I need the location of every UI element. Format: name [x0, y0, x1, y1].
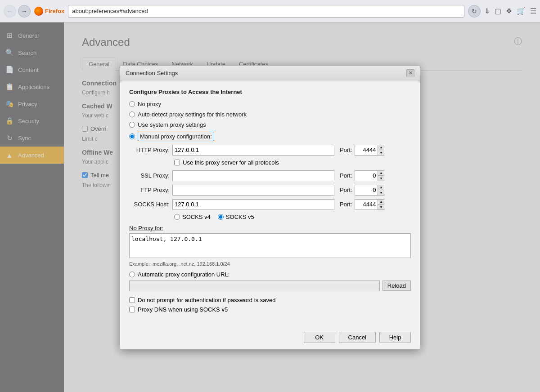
ok-button[interactable]: OK [304, 332, 335, 343]
proxy-dns-label: Proxy DNS when using SOCKS v5 [138, 306, 228, 313]
bottom-checkboxes: Do not prompt for authentication if pass… [129, 297, 411, 313]
ftp-proxy-row: FTP Proxy: Port: ▲ ▼ [129, 185, 411, 196]
no-auth-prompt-label: Do not prompt for authentication if pass… [138, 297, 275, 303]
ssl-port-spin-up[interactable]: ▲ [378, 171, 384, 176]
auto-proxy-row: Automatic proxy configuration URL: [129, 271, 411, 278]
use-for-all-checkbox[interactable] [174, 160, 180, 165]
socks-port-spin-down[interactable]: ▼ [378, 205, 384, 209]
radio-manual: Manual proxy configuration: [129, 132, 411, 141]
use-for-all-label: Use this proxy server for all protocols [183, 159, 279, 166]
socks-host-row: SOCKS Host: Port: ▲ ▼ [129, 199, 411, 210]
cart-icon[interactable]: 🛒 [517, 7, 526, 15]
dialog-close-button[interactable]: ✕ [406, 69, 414, 77]
ftp-port-spinners: ▲ ▼ [378, 185, 384, 195]
no-proxy-label: No Proxy for: [129, 225, 411, 232]
connection-settings-dialog: Connection Settings ✕ Configure Proxies … [120, 65, 420, 350]
socks-host-input[interactable] [172, 199, 334, 210]
socks-v5-radio[interactable] [218, 214, 224, 220]
dialog-title-bar: Connection Settings ✕ [120, 66, 420, 81]
ssl-proxy-row: SSL Proxy: Port: ▲ ▼ [129, 170, 411, 181]
http-port-input[interactable] [355, 145, 378, 155]
reload-button[interactable]: Reload [382, 281, 411, 291]
socks-port-label: Port: [340, 201, 352, 208]
socks-v4-radio[interactable] [174, 214, 180, 220]
proxy-dns-row: Proxy DNS when using SOCKS v5 [129, 306, 411, 313]
ftp-port-spin-up[interactable]: ▲ [378, 185, 384, 191]
radio-use-system: Use system proxy settings [129, 121, 411, 128]
ssl-proxy-input[interactable] [172, 170, 334, 181]
http-port-spin-down[interactable]: ▼ [378, 150, 384, 155]
socks-port-spinner: ▲ ▼ [355, 199, 384, 210]
reload-page-button[interactable]: ↻ [468, 5, 481, 18]
radio-no-proxy: No proxy [129, 101, 411, 107]
use-for-all-row: Use this proxy server for all protocols [174, 159, 411, 166]
auto-proxy-input-row: Reload [129, 281, 411, 291]
proxy-dns-checkbox[interactable] [129, 307, 135, 312]
proxy-section-title: Configure Proxies to Access the Internet [129, 89, 411, 95]
radio-no-proxy-input[interactable] [129, 101, 135, 107]
help-button[interactable]: Help [379, 332, 411, 343]
socks-port-input[interactable] [355, 200, 378, 209]
tabs-icon[interactable]: ▢ [495, 7, 501, 15]
radio-auto-detect: Auto-detect proxy settings for this netw… [129, 111, 411, 118]
ssl-port-spinner: ▲ ▼ [355, 170, 384, 181]
pocket-icon[interactable]: ❖ [506, 7, 512, 15]
radio-auto-detect-label: Auto-detect proxy settings for this netw… [138, 111, 247, 118]
firefox-logo: Firefox [34, 7, 64, 16]
ftp-port-input[interactable] [355, 185, 378, 195]
radio-auto-detect-input[interactable] [129, 111, 135, 117]
socks-port-spinners: ▲ ▼ [378, 200, 384, 209]
ftp-port-label: Port: [340, 187, 352, 193]
no-auth-prompt-checkbox[interactable] [129, 297, 135, 303]
ftp-proxy-input[interactable] [172, 185, 334, 196]
ssl-proxy-label: SSL Proxy: [129, 172, 170, 179]
modal-overlay: Connection Settings ✕ Configure Proxies … [0, 22, 540, 392]
http-proxy-row: HTTP Proxy: Port: ▲ ▼ [129, 145, 411, 156]
http-port-spin-up[interactable]: ▲ [378, 145, 384, 151]
http-proxy-label: HTTP Proxy: [129, 147, 170, 153]
radio-manual-label: Manual proxy configuration: [138, 132, 214, 141]
radio-use-system-label: Use system proxy settings [138, 121, 206, 128]
no-proxy-section: No Proxy for: localhost, 127.0.0.1 Examp… [129, 225, 411, 267]
http-port-label: Port: [340, 147, 352, 153]
toolbar-icons: ⇓ ▢ ❖ 🛒 ☰ [484, 7, 536, 15]
socks-v5-option: SOCKS v5 [218, 214, 254, 220]
firefox-label: Firefox [45, 8, 64, 14]
socks-v5-label: SOCKS v5 [226, 214, 254, 220]
downloads-icon[interactable]: ⇓ [484, 7, 490, 15]
ftp-port-spin-down[interactable]: ▼ [378, 190, 384, 195]
example-text: Example: .mozilla.org, .net.nz, 192.168.… [129, 261, 411, 267]
back-button[interactable]: ← [4, 5, 16, 18]
forward-button[interactable]: → [18, 5, 31, 18]
dialog-buttons: OK Cancel Help [120, 327, 420, 349]
radio-use-system-input[interactable] [129, 122, 135, 128]
socks-version-row: SOCKS v4 SOCKS v5 [174, 214, 411, 220]
radio-no-proxy-label: No proxy [138, 101, 161, 107]
radio-manual-input[interactable] [129, 134, 135, 139]
ssl-port-input[interactable] [355, 171, 378, 181]
no-auth-prompt-row: Do not prompt for authentication if pass… [129, 297, 411, 303]
socks-host-label: SOCKS Host: [129, 201, 170, 208]
http-proxy-input[interactable] [172, 145, 334, 156]
ssl-port-spin-down[interactable]: ▼ [378, 176, 384, 181]
http-port-spinner: ▲ ▼ [355, 145, 384, 156]
auto-proxy-url-input[interactable] [129, 281, 380, 291]
firefox-logo-icon [34, 7, 43, 16]
ftp-port-spinner: ▲ ▼ [355, 185, 384, 196]
dialog-title: Connection Settings [126, 70, 178, 76]
http-port-spinners: ▲ ▼ [378, 145, 384, 155]
dialog-body: Configure Proxies to Access the Internet… [120, 81, 420, 327]
ssl-port-label: Port: [340, 172, 352, 179]
auto-proxy-radio[interactable] [129, 272, 135, 277]
socks-v4-option: SOCKS v4 [174, 214, 211, 220]
socks-port-spin-up[interactable]: ▲ [378, 200, 384, 205]
browser-chrome: ← → Firefox about:preferences#advanced ↻… [0, 0, 540, 22]
socks-v4-label: SOCKS v4 [182, 214, 211, 220]
auto-proxy-label: Automatic proxy configuration URL: [138, 271, 230, 278]
url-text: about:preferences#advanced [72, 8, 148, 14]
cancel-button[interactable]: Cancel [339, 332, 376, 343]
address-bar[interactable]: about:preferences#advanced [68, 5, 464, 18]
ftp-proxy-label: FTP Proxy: [129, 187, 170, 193]
menu-icon[interactable]: ☰ [530, 7, 536, 15]
no-proxy-textarea[interactable]: localhost, 127.0.0.1 [129, 233, 411, 258]
